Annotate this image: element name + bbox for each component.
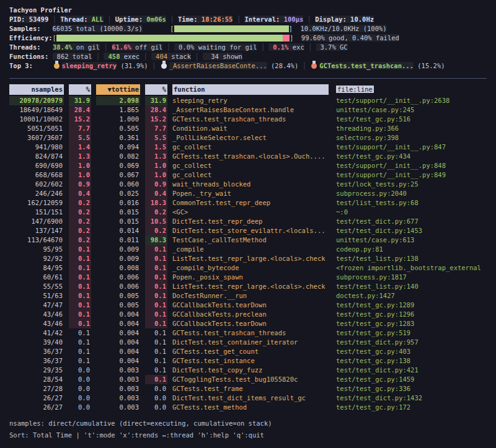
table-row[interactable]: 20978/2097931.92.09831.9sleeping_retryte…: [9, 96, 487, 105]
table-row[interactable]: 92/920.10.0090.1ListTest.test_repr_large…: [9, 254, 487, 263]
nsamples-cell: 55/55: [9, 282, 64, 291]
threads-stat-value: 3.7%: [316, 43, 336, 52]
table-row[interactable]: 147/69000.20.01510.5DictTest.test_repr_d…: [9, 217, 487, 226]
tottime-cell: 0.006: [96, 273, 140, 282]
table-row[interactable]: 5051/50517.70.5057.7Condition.waitthread…: [9, 124, 487, 133]
function-cell: CommonTest.test_repr_deep: [172, 198, 329, 208]
table-row[interactable]: 60/610.10.0060.1Popen._posix_spawnsubpro…: [9, 273, 487, 282]
table-row[interactable]: 41/420.10.0040.1GCTests.test_trashcan_th…: [9, 328, 487, 338]
direct-pct-cell: 0.1: [69, 291, 91, 301]
direct-pct-cell: 0.0: [69, 384, 91, 393]
status-value: ALL: [92, 15, 104, 23]
nsamples-cell: 3607/3607: [9, 133, 64, 143]
table-row[interactable]: 3607/36075.50.3615.5_PollLikeSelector.se…: [9, 133, 487, 143]
tottime-cell: 0.003: [96, 375, 140, 384]
column-header-file-line[interactable]: file:line: [334, 84, 487, 95]
cumulative-pct-cell: 31.9: [145, 96, 167, 105]
table-row[interactable]: 113/646700.20.01198.3TestCase._callTestM…: [9, 235, 487, 245]
tottime-cell: 0.004: [96, 347, 140, 356]
cumulative-pct-cell: 1.0: [145, 161, 167, 170]
table-row[interactable]: 10001/1000215.21.00015.2GCTests.test_tra…: [9, 115, 487, 124]
status-value: 100µs: [284, 15, 304, 23]
column-header-nsamples[interactable]: nsamples: [9, 84, 64, 95]
function-cell: sleeping_retry: [172, 96, 329, 105]
table-row[interactable]: 29/350.00.0030.1DictTest.test_copy_fuzzt…: [9, 366, 487, 375]
field-separator: │: [304, 43, 316, 51]
cumulative-pct-cell: 28.4: [145, 105, 167, 115]
table-row[interactable]: 602/6020.90.0600.9wait_threads_blockedte…: [9, 180, 487, 189]
direct-pct-cell: 1.3: [69, 152, 91, 161]
cumulative-pct-cell: 0.1: [145, 254, 167, 263]
threads-stat: 0.1% exc: [268, 43, 304, 51]
nsamples-cell: 26/27: [9, 393, 64, 403]
cumulative-pct-cell: 0.2: [145, 208, 167, 217]
column-header-direct-pct[interactable]: %: [69, 84, 91, 95]
status-interval: Interval: 100µs: [244, 15, 303, 23]
functions-line: Functions: 862 total │ 458 exec │ 404 st…: [9, 52, 487, 61]
nsamples-cell: 28/54: [9, 375, 64, 384]
field-separator: │: [100, 43, 112, 51]
file-line-cell: codeop.py:81: [334, 245, 487, 254]
table-row[interactable]: 27/280.00.0030.0GCTests.test_frametest/t…: [9, 384, 487, 393]
table-row[interactable]: 26/270.00.0030.0DictTest.test_dict_items…: [9, 393, 487, 403]
table-row[interactable]: 47/470.10.0050.1GCCallbackTests.tearDown…: [9, 301, 487, 310]
cumulative-pct-cell: 0.0: [145, 384, 167, 393]
table-row[interactable]: 43/460.10.0040.1GCCallbackTests.tearDown…: [9, 319, 487, 328]
tottime-cell: 0.006: [96, 282, 140, 291]
table-row[interactable]: 39/400.10.0040.1DictTest.test_container_…: [9, 338, 487, 347]
column-header-function[interactable]: function: [172, 84, 329, 95]
tottime-cell: 0.004: [96, 319, 140, 328]
status-label: Interval:: [244, 15, 280, 23]
table-row[interactable]: 162/120590.20.01618.3CommonTest.test_rep…: [9, 198, 487, 208]
nsamples-cell: 5051/5051: [9, 124, 64, 133]
tottime-cell: 0.082: [96, 152, 140, 161]
file-line-cell: test/test_gc.py:138: [334, 356, 487, 366]
field-separator: │: [232, 15, 244, 23]
table-row[interactable]: 824/8741.30.0821.3GCTests.test_trashcan.…: [9, 152, 487, 161]
efficiency-bar: [56, 35, 290, 42]
table-row[interactable]: 941/9801.40.0941.5gc_collecttest/support…: [9, 143, 487, 152]
silver-medal-icon: [161, 63, 167, 69]
table-row[interactable]: 95/950.10.0090.1_compilecodeop.py:81: [9, 245, 487, 254]
cumulative-pct-cell: 0.1: [145, 273, 167, 282]
table-row[interactable]: 28/540.00.0030.1GCTogglingTests.test_bug…: [9, 375, 487, 384]
table-row[interactable]: 690/6901.00.0691.0gc_collecttest/support…: [9, 161, 487, 170]
table-row[interactable]: 36/370.10.0040.1GCTests.test_get_countte…: [9, 347, 487, 356]
column-header-tottime-sorted[interactable]: ▼tottime: [96, 84, 140, 95]
table-row[interactable]: 151/1510.20.0150.2<GC>~:0: [9, 208, 487, 217]
field-separator: │: [92, 53, 104, 60]
top-functions-line: Top 3: sleeping_retry (31.9%) │ _AssertR…: [9, 61, 487, 71]
threads-stat: 61.6% off gil: [112, 43, 163, 51]
table-row[interactable]: 55/550.10.0060.1ListTest.test_repr_large…: [9, 282, 487, 291]
table-row[interactable]: 668/6681.00.0671.0gc_collecttest/support…: [9, 170, 487, 180]
tottime-cell: 0.060: [96, 180, 140, 189]
efficiency-bar-failed: [283, 35, 290, 42]
column-header-cumulative-pct[interactable]: %: [145, 84, 167, 95]
table-row[interactable]: 246/2460.40.0250.4Popen._try_waitsubproc…: [9, 189, 487, 198]
cumulative-pct-cell: 0.1: [145, 301, 167, 310]
table-row[interactable]: 26/270.00.0030.0GCTests.test_methodtest/…: [9, 403, 487, 412]
direct-pct-cell: 1.4: [69, 143, 91, 152]
cumulative-pct-cell: 7.7: [145, 124, 167, 133]
footer: nsamples: direct/cumulative (direct=exec…: [9, 418, 487, 441]
cumulative-pct-cell: 0.1: [145, 347, 167, 356]
nsamples-cell: 51/63: [9, 291, 64, 301]
table-row[interactable]: 51/630.10.0050.1DocTestRunner.__rundocte…: [9, 291, 487, 301]
file-line-cell: selectors.py:398: [334, 133, 487, 143]
table-row[interactable]: 43/460.10.0040.1GCCallbackTests.preclean…: [9, 310, 487, 319]
table-row[interactable]: 137/1470.20.0140.2DictTest.test_store_ev…: [9, 226, 487, 235]
table-row[interactable]: 84/950.10.0080.1_compile_bytecode<frozen…: [9, 263, 487, 273]
table-row[interactable]: 36/370.10.0040.1GCTests.test_instancetes…: [9, 356, 487, 366]
functions-stat-value: 458: [104, 52, 120, 61]
file-line-cell: test/test_dict.py:421: [334, 366, 487, 375]
file-line-cell: test/test_gc.py:172: [334, 403, 487, 412]
samples-rate-bar: [174, 25, 289, 32]
table-row[interactable]: 18649/1864928.41.86528.4_AssertRaisesBas…: [9, 105, 487, 115]
gold-medal-icon: [54, 63, 60, 69]
top3-function-pct: (28.4%): [271, 62, 298, 69]
nsamples-cell: 10001/10002: [9, 115, 64, 124]
table-header: nsamples % ▼tottime % function file:line: [9, 84, 487, 95]
field-separator: │: [298, 62, 310, 69]
efficiency-line: Efficiency:[] 99.60% good, 0.40% failed: [9, 33, 487, 43]
function-cell: gc_collect: [172, 161, 329, 170]
